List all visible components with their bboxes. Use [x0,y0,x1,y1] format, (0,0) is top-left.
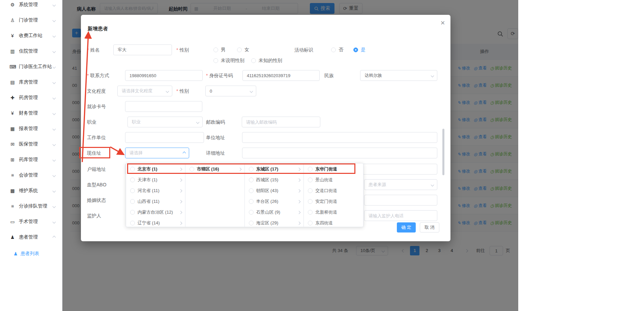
cascader-option-donghuamen[interactable]: 东华门街道 [304,164,363,175]
cancel-button[interactable]: 取 消 [420,222,439,232]
cascader-option-chaoyang[interactable]: 朝阳区 (43) [245,185,304,196]
unit-address-input[interactable] [242,132,437,143]
cascader-option-liaoning[interactable]: 辽宁省 (14) [126,218,185,227]
occupation-placeholder: 职业 [132,119,141,125]
household-address-label: 户籍地址 [87,164,106,175]
cascader-option-xicheng[interactable]: 西城区 (15) [245,175,304,185]
sidebar-item-label: 报表管理 [19,126,38,132]
current-address-cascader[interactable]: 请选择 [125,148,189,158]
cascader-option-beixinqiao[interactable]: 北新桥街道 [304,207,363,218]
sidebar-item-queue[interactable]: ≡分诊排队管理 [0,198,62,214]
close-icon[interactable]: ✕ [440,20,445,27]
cascader-option-dongcheng[interactable]: 东城区 (17) [245,164,304,175]
sidebar-item-inpatient[interactable]: ▥住院管理 [0,43,62,59]
sidebar-item-patient-mgmt[interactable]: ♟患者管理 [0,229,62,245]
sidebar-item-label: 分诊排队管理 [19,203,47,209]
cascader-city-column: 市辖区 (16) [185,163,245,227]
drug-store-icon: ⊞ [9,157,16,162]
radio-icon [249,221,254,225]
unit-address-label: 单位地址 [206,132,225,143]
chevron-down-icon [53,34,56,37]
sidebar-item-outpatient[interactable]: ♙门诊管理 [0,12,62,28]
active-flag-radio-yes[interactable]: 是 [353,44,365,55]
occupation-select[interactable]: 职业 [127,117,203,127]
gender-radio-male[interactable]: 男 [213,44,226,55]
gear-icon: ⚙ [9,2,16,7]
cascader-option-shijingshan[interactable]: 石景山区 (9) [245,207,304,218]
marital-right-input[interactable] [364,195,437,206]
contact-input[interactable] [125,70,203,81]
sidebar-item-label: 医保管理 [19,141,38,147]
education-select[interactable]: 请选择文化程度 [117,86,172,96]
patient-source-select[interactable]: 患者来源 [364,179,437,190]
chevron-down-icon [166,89,169,93]
sidebar-item-label: 系统管理 [19,2,38,8]
ethnicity-select[interactable]: 达斡尔族 [360,70,437,81]
cascader-option-andingmen[interactable]: 安定门街道 [304,196,363,207]
gender-radio-female[interactable]: 女 [237,44,249,55]
dialog-scrollbar[interactable] [442,129,444,175]
cascader-option-jingshan[interactable]: 景山街道 [304,175,363,185]
card-no-input[interactable] [125,101,202,112]
cascader-option-fengtai[interactable]: 丰台区 (26) [245,196,304,207]
chevron-down-icon [53,143,56,146]
sidebar-item-patient-list[interactable]: ♟患者列表 [0,247,62,260]
sidebar-item-consultation[interactable]: ≡会诊管理 [0,167,62,183]
chevron-up-icon [183,151,186,155]
gender-radio-unstated[interactable]: 未说明性别 [213,55,244,66]
cascader-option-beijing[interactable]: 北京市 (1) [126,164,185,175]
sidebar-item-pharmacy[interactable]: ✚药房管理 [0,90,62,105]
chevron-right-icon [179,189,182,192]
sidebar-item-surgery[interactable]: ▭手术管理 [0,214,62,229]
radio-icon [130,167,135,172]
sidebar-item-warehouse[interactable]: ▤库房管理 [0,74,62,90]
radio-icon [213,58,218,63]
cascader-option-dongsi[interactable]: 东四街道 [304,218,363,227]
cascader-option-jiaodaokou[interactable]: 交道口街道 [304,185,363,196]
radio-icon [237,48,242,52]
dialog-title: 新增患者 [88,26,108,32]
chevron-down-icon [53,158,56,161]
sidebar-item-drug-store[interactable]: ⊞药库管理 [0,152,62,167]
id-number-input[interactable] [242,70,320,81]
detail-address-input[interactable] [242,148,437,158]
chevron-down-icon [53,3,56,6]
chevron-right-icon [179,200,182,203]
chevron-down-icon [431,74,434,77]
sidebar-item-doctor-station[interactable]: ⌨门诊医生工作站 [0,59,62,74]
sidebar-item-system[interactable]: ⚙系统管理 [0,0,62,12]
name-input[interactable] [113,44,172,55]
postcode-input[interactable] [242,117,320,127]
sidebar-item-maintenance[interactable]: ▩维护系统 [0,183,62,198]
sidebar-item-report[interactable]: ▦报表管理 [0,121,62,136]
sidebar-item-label: 财务管理 [19,110,38,116]
sidebar-item-fee-station[interactable]: ¥收费工作站 [0,28,62,43]
gender-radio-unknown[interactable]: 未知的性别 [251,55,282,66]
guardian-phone-input[interactable] [364,210,437,221]
cascader-option-tianjin[interactable]: 天津市 (1) [126,175,185,185]
cascader-district-column: 东城区 (17) 西城区 (15) 朝阳区 (43) 丰台区 (26) 石景山区… [245,163,304,227]
chevron-down-icon [53,205,56,208]
confirm-button[interactable]: 确 定 [397,222,416,232]
cascader-option-neimenggu[interactable]: 内蒙古自治区 (12) [126,207,185,218]
active-flag-radio-no[interactable]: 否 [331,44,343,55]
chevron-right-icon [297,211,301,214]
radio-icon [308,199,313,204]
gender2-select[interactable]: 0 [205,86,256,96]
occupation-label: 职业 [87,117,96,127]
cascader-option-haidian[interactable]: 海淀区 (29) [245,218,304,227]
radio-icon [130,199,135,204]
cascader-option-hebei[interactable]: 河北省 (11) [126,185,185,196]
chevron-right-icon [297,200,301,203]
chevron-down-icon [196,120,200,124]
sidebar-item-finance[interactable]: ¥财务管理 [0,105,62,121]
work-unit-input[interactable] [125,132,204,143]
radio-icon [308,188,313,193]
radio-checked-icon [353,48,358,52]
radio-icon [331,48,336,52]
patient-list-icon: ♟ [13,251,18,256]
cascader-option-shanxi[interactable]: 山西省 (11) [126,196,185,207]
sidebar-item-insurance[interactable]: ✉医保管理 [0,136,62,152]
cascader-option-shixiaqu[interactable]: 市辖区 (16) [185,164,244,175]
chevron-down-icon [250,89,253,93]
